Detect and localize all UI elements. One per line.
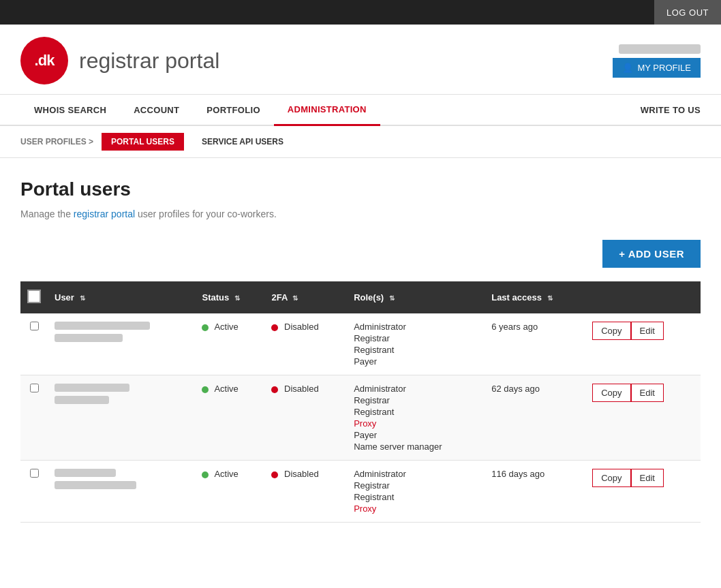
add-user-row: + ADD USER	[20, 240, 701, 268]
role-item-proxy: Proxy	[354, 504, 478, 514]
col-roles[interactable]: Role(s) ⇅	[347, 281, 485, 313]
table-header-row: User ⇅ Status ⇅ 2FA ⇅ Role(s) ⇅ Last acc…	[20, 281, 701, 313]
row3-status-label: Active	[214, 469, 238, 479]
row1-actions: Copy Edit	[585, 313, 701, 375]
role-item: Payer	[354, 430, 478, 440]
row2-status-dot	[202, 386, 209, 393]
nav-account[interactable]: ACCOUNT	[120, 95, 193, 125]
sort-arrows-status: ⇅	[234, 294, 240, 302]
row1-username-line1	[55, 322, 150, 330]
row2-2fa: Disabled	[264, 375, 347, 461]
row2-user	[48, 375, 195, 461]
logout-button[interactable]: LOG OUT	[654, 0, 721, 25]
row1-copy-button[interactable]: Copy	[592, 322, 630, 340]
nav-portfolio[interactable]: PORTFOLIO	[193, 95, 274, 125]
nav-whois-search[interactable]: WHOIS SEARCH	[20, 95, 120, 125]
row3-checkbox[interactable]	[30, 469, 39, 478]
col-last-access[interactable]: Last access ⇅	[485, 281, 585, 313]
role-item-proxy: Proxy	[354, 418, 478, 429]
row1-roles: Administrator Registrar Registrant Payer	[347, 313, 485, 375]
row2-last-access: 62 days ago	[485, 375, 585, 461]
col-user[interactable]: User ⇅	[48, 281, 195, 313]
row3-last-access: 116 days ago	[485, 461, 585, 523]
col-status[interactable]: Status ⇅	[195, 281, 264, 313]
row1-username-line2	[55, 334, 123, 342]
row2-checkbox-cell	[20, 375, 48, 461]
row1-status: Active	[195, 313, 264, 375]
users-table: User ⇅ Status ⇅ 2FA ⇅ Role(s) ⇅ Last acc…	[20, 281, 701, 523]
row1-status-label: Active	[214, 322, 238, 332]
sort-arrows-2fa: ⇅	[292, 294, 298, 302]
row2-edit-button[interactable]: Edit	[631, 384, 664, 402]
row3-copy-button[interactable]: Copy	[592, 469, 630, 487]
row3-roles: Administrator Registrar Registrant Proxy	[347, 461, 485, 523]
row3-status-dot	[202, 471, 209, 478]
main-nav-left: WHOIS SEARCH ACCOUNT PORTFOLIO ADMINISTR…	[20, 95, 380, 125]
page-title: Portal users	[20, 179, 701, 200]
add-user-button[interactable]: + ADD USER	[602, 240, 701, 268]
row2-checkbox[interactable]	[30, 384, 39, 392]
row1-2fa: Disabled	[264, 313, 347, 375]
sub-nav-portal-users[interactable]: PORTAL USERS	[102, 133, 184, 151]
row3-edit-button[interactable]: Edit	[631, 469, 664, 487]
row1-checkbox[interactable]	[30, 322, 39, 330]
table-row: Active Disabled Administrator Registrar …	[20, 461, 701, 523]
row3-username-line2	[55, 481, 136, 489]
row3-2fa: Disabled	[264, 461, 347, 523]
col-actions	[585, 281, 701, 313]
nav-write-to-us[interactable]: WRITE TO US	[641, 95, 701, 125]
row3-username-line1	[55, 469, 116, 477]
portal-link[interactable]: registrar portal	[74, 208, 135, 219]
header-checkbox-cell	[20, 281, 48, 313]
top-bar: LOG OUT	[0, 0, 721, 25]
role-item: Administrator	[354, 384, 478, 394]
col-2fa[interactable]: 2FA ⇅	[264, 281, 347, 313]
row1-user	[48, 313, 195, 375]
portal-title: registrar portal	[79, 48, 219, 74]
sort-arrows-roles: ⇅	[389, 294, 395, 302]
logo: .dk	[20, 37, 68, 84]
page-description: Manage the registrar portal user profile…	[20, 208, 701, 219]
row2-username-line1	[55, 384, 129, 392]
row2-actions: Copy Edit	[585, 375, 701, 461]
row1-2fa-dot	[271, 324, 278, 331]
table-row: Active Disabled Administrator Registrar …	[20, 313, 701, 375]
row3-checkbox-cell	[20, 461, 48, 523]
row1-status-dot	[202, 324, 209, 331]
breadcrumb: USER PROFILES >	[20, 137, 93, 146]
row3-2fa-label: Disabled	[284, 469, 319, 479]
header-checkbox[interactable]	[27, 290, 41, 303]
role-item: Name server manager	[354, 442, 478, 452]
row1-last-access: 6 years ago	[485, 313, 585, 375]
row2-status-label: Active	[214, 384, 238, 394]
account-name	[619, 44, 701, 54]
nav-administration[interactable]: ADMINISTRATION	[274, 95, 380, 126]
row1-role-list: Administrator Registrar Registrant Payer	[354, 322, 478, 367]
content: Portal users Manage the registrar portal…	[0, 158, 721, 543]
row1-btn-group: Copy Edit	[592, 322, 664, 340]
role-item: Registrant	[354, 407, 478, 417]
row3-user	[48, 461, 195, 523]
row3-btn-group: Copy Edit	[592, 469, 664, 487]
my-profile-button[interactable]: MY PROFILE	[613, 58, 701, 78]
role-item: Registrant	[354, 492, 478, 502]
row2-username-line2	[55, 396, 109, 404]
role-item: Administrator	[354, 322, 478, 332]
row1-edit-button[interactable]: Edit	[631, 322, 664, 340]
logo-area: .dk registrar portal	[20, 37, 219, 84]
row1-checkbox-cell	[20, 313, 48, 375]
sort-arrows-user: ⇅	[80, 294, 85, 302]
main-nav: WHOIS SEARCH ACCOUNT PORTFOLIO ADMINISTR…	[0, 95, 721, 126]
row3-actions: Copy Edit	[585, 461, 701, 523]
role-item: Payer	[354, 356, 478, 367]
row2-copy-button[interactable]: Copy	[592, 384, 630, 402]
sub-nav-service-api-users[interactable]: SERVICE API USERS	[192, 133, 293, 151]
row2-2fa-dot	[271, 386, 278, 393]
role-item: Registrar	[354, 333, 478, 343]
header: .dk registrar portal MY PROFILE	[0, 25, 721, 95]
row2-role-list: Administrator Registrar Registrant Proxy…	[354, 384, 478, 452]
row2-2fa-label: Disabled	[284, 384, 319, 394]
row3-2fa-dot	[271, 471, 278, 478]
row1-2fa-label: Disabled	[284, 322, 319, 332]
role-item: Registrar	[354, 395, 478, 405]
